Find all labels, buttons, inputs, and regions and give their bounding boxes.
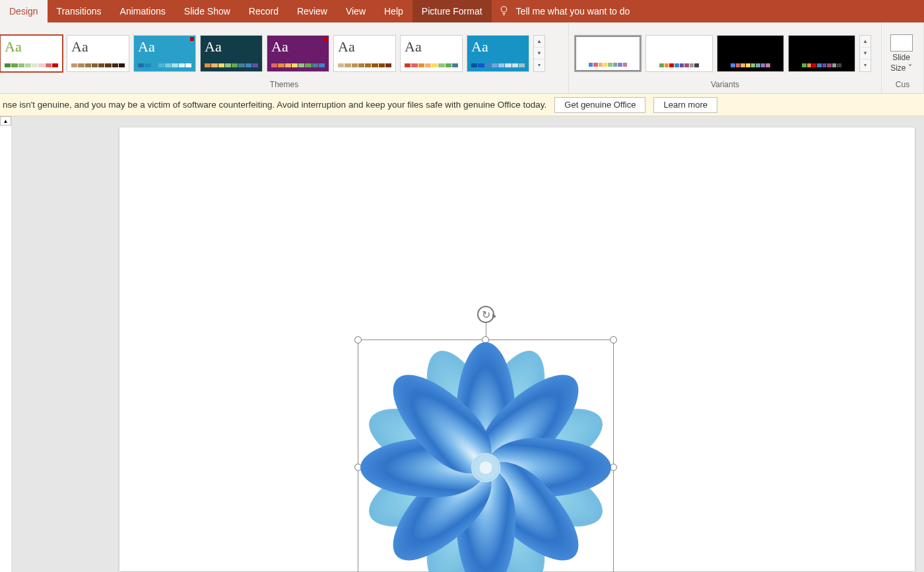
theme-thumb-3[interactable]: Aa xyxy=(200,35,263,72)
theme-thumb-4[interactable]: Aa xyxy=(267,35,329,72)
customize-group-label: Cus xyxy=(882,80,923,93)
themes-group-label: Themes xyxy=(0,80,568,93)
slide-thumbnails-pane[interactable]: ▲ xyxy=(0,116,12,572)
theme-aa-label: Aa xyxy=(267,36,329,58)
picture-selection-box[interactable]: ↻ xyxy=(358,340,614,572)
theme-thumb-6[interactable]: Aa xyxy=(400,35,463,72)
slide-size-label-1: Slide xyxy=(892,53,910,62)
theme-aa-label: Aa xyxy=(67,36,129,58)
get-genuine-office-button[interactable]: Get genuine Office xyxy=(554,97,645,113)
theme-thumb-2[interactable]: Aa xyxy=(133,35,196,72)
theme-aa-label: Aa xyxy=(401,36,462,58)
slide-size-button[interactable]: Slide Size ˅ xyxy=(886,32,917,75)
theme-aa-label: Aa xyxy=(134,36,195,58)
tab-help[interactable]: Help xyxy=(375,0,412,22)
tell-me-search[interactable]: Tell me what you want to do xyxy=(498,0,630,22)
theme-thumb-5[interactable]: Aa xyxy=(333,35,396,72)
tab-slide-show[interactable]: Slide Show xyxy=(175,0,240,22)
ribbon-tabs: Design Transitions Animations Slide Show… xyxy=(0,0,924,22)
slide-size-label-2: Size ˅ xyxy=(890,63,912,73)
variants-group-label: Variants xyxy=(569,80,881,93)
theme-thumb-1[interactable]: Aa xyxy=(67,35,129,72)
resize-handle-tr[interactable] xyxy=(610,336,617,343)
theme-aa-label: Aa xyxy=(334,36,395,58)
variant-thumb-2[interactable] xyxy=(717,35,784,72)
theme-thumb-7[interactable]: Aa xyxy=(467,35,529,72)
ribbon-body: AaAaAaAaAaAaAaAa▲▼▾ Themes ▲▼▾ Variants … xyxy=(0,22,924,94)
workspace: ▲ ↻ xyxy=(0,116,924,572)
svg-point-0 xyxy=(501,7,507,12)
variant-thumb-3[interactable] xyxy=(788,35,855,72)
theme-aa-label: Aa xyxy=(467,36,529,58)
tab-animations[interactable]: Animations xyxy=(111,0,175,22)
slide-size-icon xyxy=(890,34,913,52)
lightbulb-icon xyxy=(498,5,510,18)
customize-group: Slide Size ˅ Cus xyxy=(882,22,924,93)
tab-record[interactable]: Record xyxy=(240,0,288,22)
theme-aa-label: Aa xyxy=(1,36,62,58)
thumbnails-scroll-up[interactable]: ▲ xyxy=(0,116,11,125)
flower-center xyxy=(471,453,500,482)
theme-aa-label: Aa xyxy=(201,36,262,58)
themes-group: AaAaAaAaAaAaAaAa▲▼▾ Themes xyxy=(0,22,569,93)
tab-review[interactable]: Review xyxy=(288,0,337,22)
variants-gallery-more[interactable]: ▲▼▾ xyxy=(859,35,871,72)
resize-handle-tl[interactable] xyxy=(354,336,362,343)
themes-gallery: AaAaAaAaAaAaAaAa▲▼▾ xyxy=(0,22,568,80)
themes-gallery-more[interactable]: ▲▼▾ xyxy=(533,35,545,72)
rotate-handle[interactable]: ↻ xyxy=(477,306,494,323)
tab-picture-format[interactable]: Picture Format xyxy=(412,0,492,22)
genuine-office-warning: nse isn't genuine, and you may be a vict… xyxy=(0,94,924,116)
tell-me-label: Tell me what you want to do xyxy=(516,6,630,17)
learn-more-button[interactable]: Learn more xyxy=(653,97,717,113)
variant-thumb-0[interactable] xyxy=(574,35,642,72)
variant-thumb-1[interactable] xyxy=(645,35,713,72)
warning-text: nse isn't genuine, and you may be a vict… xyxy=(3,100,546,110)
tab-view[interactable]: View xyxy=(337,0,375,22)
tab-design[interactable]: Design xyxy=(0,0,48,22)
flower-picture[interactable] xyxy=(374,355,598,572)
variants-gallery: ▲▼▾ xyxy=(569,22,881,80)
tab-transitions[interactable]: Transitions xyxy=(48,0,111,22)
theme-thumb-0[interactable]: Aa xyxy=(0,35,63,72)
slide-canvas-area[interactable]: ↻ xyxy=(12,116,924,572)
variants-group: ▲▼▾ Variants xyxy=(569,22,882,93)
